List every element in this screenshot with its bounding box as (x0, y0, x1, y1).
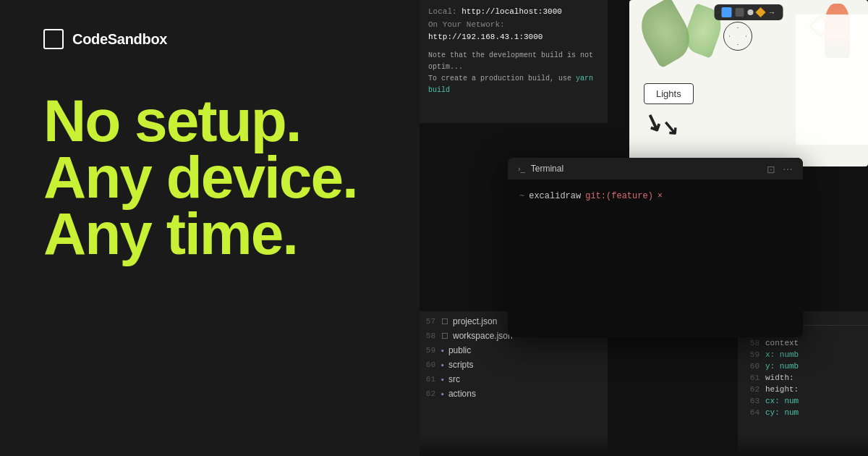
terminal-more-button[interactable]: ⋯ (783, 164, 793, 174)
code-line-62: 62height: (738, 384, 868, 395)
hero-section: CodeSandbox No setup. Any device. Any ti… (0, 0, 434, 456)
brand-name: CodeSandbox (72, 31, 167, 48)
terminal-prompt-icon: ›_ (518, 164, 525, 173)
stop-tool-icon[interactable] (736, 8, 744, 17)
hero-line2: Any device. (43, 149, 391, 206)
folder-name-scripts: scripts (448, 360, 474, 370)
prompt-git-branch: git:(feature) (585, 190, 653, 203)
dot-tool-icon[interactable] (748, 9, 754, 15)
code-line-63: 63cx: num (738, 395, 868, 407)
excalidraw-screenshot: → Lights ↘ ↘ (629, 0, 868, 166)
prompt-arrow: ~ (519, 190, 524, 203)
folder-name-actions: actions (448, 389, 476, 399)
diamond-tool-icon[interactable] (755, 7, 765, 17)
terminal-expand-button[interactable]: ⊡ (767, 164, 777, 174)
file-tree-row-60: 60 ▪ scripts (420, 358, 608, 372)
terminal-titlebar: ›_ Terminal ⊡ ⋯ (508, 158, 803, 180)
file-icon: ☐ (441, 317, 448, 326)
code-line-59: 59x: numb (738, 349, 868, 360)
yarn-link: yarn build (428, 75, 593, 94)
file-name-project-json: project.json (453, 316, 497, 326)
lights-button[interactable]: Lights (644, 83, 694, 104)
network-label: On Your Network: (428, 20, 505, 29)
folder-icon-src: ▪ (441, 375, 444, 384)
hero-tagline: No setup. Any device. Any time. (43, 93, 391, 262)
prompt-x: × (658, 190, 663, 203)
local-url: http://localhost:3000 (461, 7, 562, 16)
hero-line3: Any time. (43, 206, 391, 262)
code-line-61: 61width: (738, 372, 868, 384)
dev-server-terminal: Local: http://localhost:3000 On Your Net… (420, 0, 608, 123)
file-tree-row-59: 59 ▪ public (420, 343, 608, 358)
geometric-inner (729, 28, 747, 46)
folder-icon-public: ▪ (441, 346, 444, 355)
terminal-body: ~ excalidraw git:(feature) × (508, 180, 803, 213)
hero-line1: No setup. (43, 93, 391, 149)
codesandbox-logo-icon (43, 29, 64, 49)
code-line-64: 64cy: num (738, 407, 868, 418)
code-line-58: 58context (738, 337, 868, 349)
arrow-decoration-2: ↘ (661, 115, 680, 140)
folder-icon-actions: ▪ (441, 389, 444, 398)
folder-icon-scripts: ▪ (441, 360, 444, 369)
play-tool-icon[interactable] (722, 7, 732, 17)
folder-name-src: src (448, 374, 460, 384)
file-tree-row-61: 61 ▪ src (420, 372, 608, 387)
geometric-circle (723, 22, 752, 51)
file-name-workspace-json: workspace.json (453, 331, 513, 341)
folder-name-public: public (448, 345, 471, 355)
terminal-note: Note that the development build is not o… (428, 50, 599, 96)
terminal-title-text: Terminal (531, 164, 563, 174)
card-overlay (796, 14, 868, 145)
file-icon-2: ☐ (441, 332, 448, 341)
arrow-tool-icon[interactable]: → (768, 8, 776, 17)
code-line-60: 60y: numb (738, 360, 868, 372)
local-label: Local: (428, 7, 457, 16)
file-tree-row-62: 62 ▪ actions (420, 387, 608, 401)
network-url: http://192.168.43.1:3000 (428, 33, 542, 41)
floating-terminal: ›_ Terminal ⊡ ⋯ ~ excalidraw git:(featur… (508, 158, 803, 337)
logo-container: CodeSandbox (43, 29, 391, 49)
right-panel: Local: http://localhost:3000 On Your Net… (420, 0, 868, 456)
prompt-directory: excalidraw (529, 190, 581, 203)
